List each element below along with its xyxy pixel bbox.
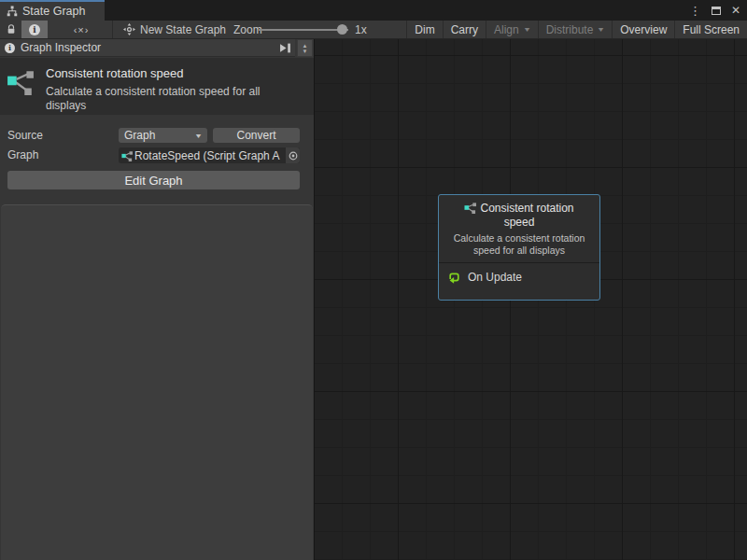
panel-scroll-spinner[interactable]: ▲ ▼ — [297, 39, 313, 57]
script-graph-icon — [121, 150, 133, 161]
graph-summary-box: Consistent rotation speed Calculate a co… — [0, 58, 314, 115]
maximize-icon[interactable] — [712, 7, 721, 15]
new-state-graph-button[interactable]: New State Graph — [140, 21, 226, 38]
dock-panel-icon[interactable] — [279, 43, 291, 53]
graph-title: Consistent rotation speed — [46, 66, 296, 80]
zoom-value: 1x — [355, 21, 367, 38]
on-update-icon — [446, 270, 461, 285]
close-icon[interactable]: ✕ — [731, 5, 740, 16]
align-button[interactable]: Align ▼ — [486, 21, 538, 38]
source-field-label: Source — [7, 129, 43, 142]
state-node-title: Consistent rotation speed — [443, 202, 596, 231]
chevron-down-icon: ▼ — [194, 133, 203, 139]
toolbar-right-group: Dim Carry Align ▼ Distribute ▼ Overview … — [406, 21, 747, 38]
dim-button[interactable]: Dim — [406, 21, 442, 38]
toolbar-separator — [112, 21, 113, 38]
distribute-button-label: Distribute — [546, 23, 594, 36]
inspector-header: i Graph Inspector — [0, 39, 295, 57]
state-node-events: On Update — [439, 263, 599, 291]
lock-button[interactable] — [2, 21, 21, 38]
carry-button-label: Carry — [451, 23, 478, 36]
state-node-consistent-rotation-speed[interactable]: Consistent rotation speed Calculate a co… — [438, 194, 600, 301]
tab-state-graph[interactable]: State Graph — [0, 0, 105, 21]
graph-object-field[interactable]: RotateSpeed (Script Graph A — [119, 147, 300, 163]
align-button-label: Align — [494, 23, 519, 36]
graph-inspector-panel: i Graph Inspector ▲ ▼ Consistent rotatio… — [0, 39, 315, 560]
object-picker-icon — [289, 151, 298, 161]
state-node-header: Consistent rotation speed Calculate a co… — [439, 195, 599, 258]
overview-button[interactable]: Overview — [612, 21, 674, 38]
convert-button[interactable]: Convert — [213, 128, 300, 143]
title-bar: State Graph ⋮ ✕ — [0, 0, 747, 21]
object-picker-button[interactable] — [286, 147, 300, 163]
on-update-label: On Update — [468, 271, 522, 284]
carry-button[interactable]: Carry — [443, 21, 486, 38]
graph-field-label: Graph — [7, 148, 38, 161]
tab-label: State Graph — [22, 5, 85, 18]
state-node-description: Calculate a consistent rotation speed fo… — [443, 232, 596, 258]
full-screen-button[interactable]: Full Screen — [674, 21, 747, 38]
graph-object-value: RotateSpeed (Script Graph A — [134, 149, 284, 162]
graph-summary-text: Consistent rotation speed Calculate a co… — [46, 65, 296, 115]
code-view-button[interactable]: ‹×› — [62, 21, 101, 38]
edit-graph-button[interactable]: Edit Graph — [7, 171, 300, 189]
zoom-slider-track[interactable] — [259, 29, 348, 31]
full-screen-button-label: Full Screen — [683, 23, 740, 36]
inspector-title: Graph Inspector — [21, 41, 101, 54]
state-node-title-text: Consistent rotation speed — [480, 202, 573, 229]
overview-button-label: Overview — [620, 23, 667, 36]
inspector-toggle-button[interactable]: i — [21, 21, 48, 38]
zoom-slider-handle[interactable] — [337, 24, 347, 35]
move-icon — [123, 23, 135, 35]
spinner-down-icon[interactable]: ▼ — [303, 49, 308, 54]
state-graph-tab-icon — [7, 6, 18, 17]
window-menu-icon[interactable]: ⋮ — [689, 5, 701, 17]
distribute-button[interactable]: Distribute ▼ — [538, 21, 613, 38]
info-icon: i — [5, 43, 15, 53]
window-controls: ⋮ ✕ — [689, 0, 740, 21]
code-icon: ‹×› — [74, 24, 90, 35]
chevron-down-icon: ▼ — [597, 26, 605, 33]
dim-button-label: Dim — [415, 23, 434, 36]
pan-move-icon — [121, 21, 136, 38]
info-icon: i — [29, 24, 40, 35]
lock-icon — [7, 23, 16, 35]
graph-toolbar: i ‹×› New State Graph Zoom 1x Dim Carry … — [0, 21, 747, 39]
inspector-empty-section — [1, 204, 313, 560]
state-graph-icon — [7, 67, 35, 95]
source-dropdown-value: Graph — [124, 129, 155, 142]
source-dropdown[interactable]: Graph ▼ — [119, 128, 207, 143]
state-graph-canvas[interactable]: Consistent rotation speed Calculate a co… — [315, 39, 747, 560]
state-graph-icon — [464, 202, 476, 214]
chevron-down-icon: ▼ — [523, 26, 531, 33]
graph-description: Calculate a consistent rotation speed fo… — [46, 85, 296, 112]
